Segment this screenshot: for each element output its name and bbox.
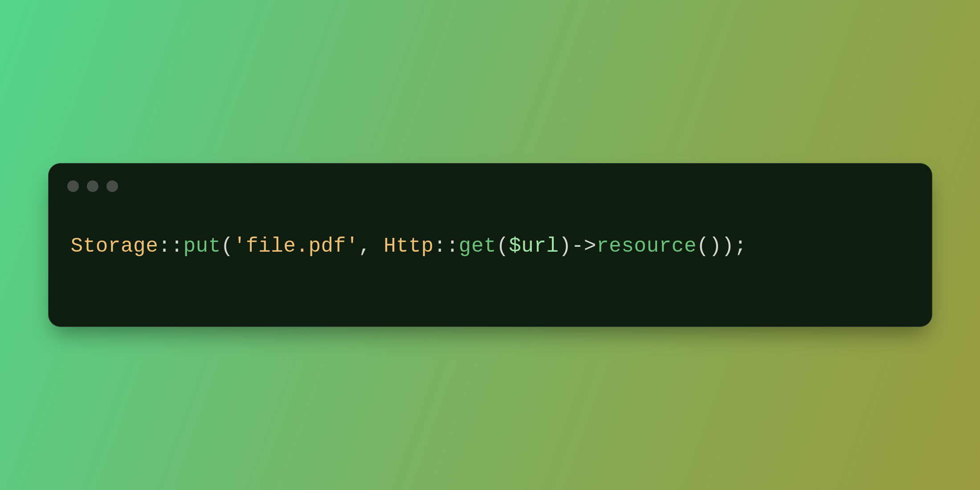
code-token-method: resource bbox=[596, 235, 697, 258]
code-token-paren: ) bbox=[722, 235, 734, 258]
maximize-icon[interactable] bbox=[106, 180, 118, 192]
code-token-method: put bbox=[183, 235, 220, 258]
code-token-class: Http bbox=[384, 235, 433, 258]
traffic-lights bbox=[67, 180, 118, 192]
code-token-method: get bbox=[459, 235, 496, 258]
code-token-arrow: -> bbox=[572, 235, 596, 258]
code-token-paren: ( bbox=[221, 235, 233, 258]
code-token-paren: ( bbox=[697, 235, 709, 258]
code-token-comma: , bbox=[359, 235, 371, 258]
code-token-paren: ) bbox=[559, 235, 572, 258]
code-token-space bbox=[371, 235, 384, 258]
code-token-scope: :: bbox=[434, 235, 459, 258]
close-icon[interactable] bbox=[67, 180, 79, 192]
code-token-paren: ( bbox=[496, 235, 509, 258]
code-token-class: Storage bbox=[71, 235, 159, 258]
code-token-string: 'file.pdf' bbox=[233, 235, 359, 258]
code-token-scope: :: bbox=[158, 235, 183, 258]
minimize-icon[interactable] bbox=[87, 180, 98, 192]
code-snippet: Storage::put('file.pdf', Http::get($url)… bbox=[71, 235, 747, 258]
code-token-variable: $url bbox=[509, 235, 559, 258]
code-window: Storage::put('file.pdf', Http::get($url)… bbox=[48, 163, 932, 327]
code-token-paren: ) bbox=[709, 235, 722, 258]
code-token-semicolon: ; bbox=[734, 235, 747, 258]
